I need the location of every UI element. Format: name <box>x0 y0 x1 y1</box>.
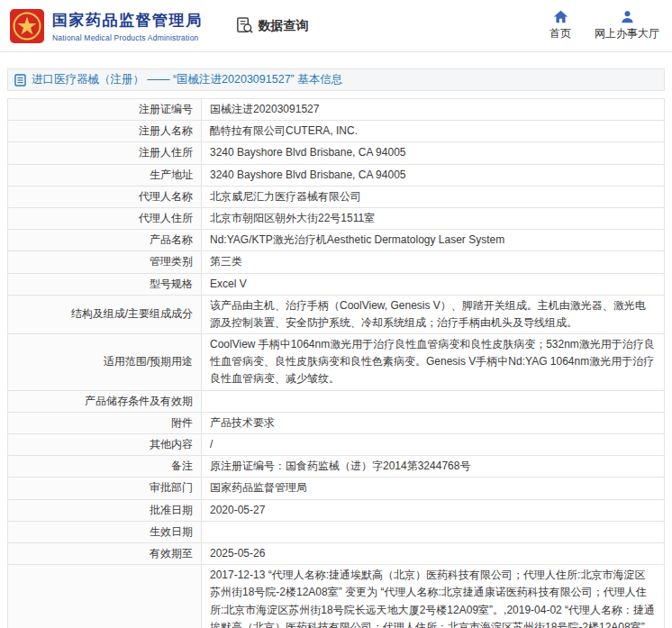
main-content: 进口医疗器械（注册） —— “国械注进20203091527” 基本信息 注册证… <box>0 68 672 628</box>
person-icon <box>621 10 634 23</box>
row-value: 原注册证编号：国食药监械（进）字2014第3244768号 <box>202 456 665 478</box>
row-label: 型号规格 <box>8 273 202 295</box>
row-value: / <box>202 434 665 456</box>
row-value: 第三类 <box>202 251 665 273</box>
table-row: 生效日期 <box>8 521 665 542</box>
row-value: 国家药品监督管理局 <box>202 478 665 499</box>
row-value: 2025-05-26 <box>202 542 665 564</box>
nav-data-query-label: 数据查询 <box>259 18 309 34</box>
table-row: 产品储存条件及有效期 <box>8 390 665 412</box>
row-value: Excel V <box>202 273 665 295</box>
row-value: 2017-12-13 “代理人名称:捷通埃默高（北京）医药科技有限公司；代理人住… <box>202 565 665 628</box>
nav-home-label: 首页 <box>549 26 571 41</box>
row-value: 北京威尼汇力医疗器械有限公司 <box>202 186 665 207</box>
table-row: 结构及组成/主要组成成分 该产品由主机、治疗手柄（CoolView, Genes… <box>8 295 665 333</box>
row-value: 该产品由主机、治疗手柄（CoolView, Genesis V）、脚踏开关组成。… <box>202 295 665 333</box>
nav-data-query[interactable]: 数据查询 <box>235 16 309 35</box>
table-row: 代理人住所 北京市朝阳区朝外大街22号1511室 <box>8 207 665 229</box>
row-value <box>202 390 665 412</box>
table-row: 附件 产品技术要求 <box>8 412 665 433</box>
row-value: 3240 Bayshore Blvd Brisbane, CA 94005 <box>202 142 665 164</box>
site-title-block: 国家药品监督管理局 National Medical Products Admi… <box>52 10 203 42</box>
document-icon <box>14 74 26 86</box>
page-title: 进口医疗器械（注册） —— “国械注进20203091527” 基本信息 <box>32 72 342 87</box>
row-value <box>202 521 665 542</box>
nav-service-hall-label: 网上办事大厅 <box>595 26 659 41</box>
row-label: 产品名称 <box>8 230 202 251</box>
home-icon <box>553 10 568 23</box>
row-label: 注册人住所 <box>8 142 202 164</box>
row-label: 结构及组成/主要组成成分 <box>8 295 202 333</box>
table-row: 审批部门 国家药品监督管理局 <box>8 478 665 499</box>
row-label: 批准日期 <box>8 499 202 521</box>
row-label: 代理人名称 <box>8 186 202 207</box>
site-title: 国家药品监督管理局 <box>52 10 203 31</box>
row-label: 产品储存条件及有效期 <box>8 390 202 412</box>
table-row: 注册人名称 酷特拉有限公司CUTERA, INC. <box>8 121 665 142</box>
nav-service-hall[interactable]: 网上办事大厅 <box>595 10 659 41</box>
table-row: 适用范围/预期用途 CoolView 手柄中1064nm激光用于治疗良性血管病变… <box>8 334 665 391</box>
row-label: 附件 <box>8 412 202 433</box>
nmpa-emblem-logo <box>9 8 45 44</box>
header-right-nav: 首页 网上办事大厅 <box>549 10 661 41</box>
row-label: 备注 <box>8 456 202 478</box>
table-row: 批准日期 2020-05-27 <box>8 499 665 521</box>
table-row: 注册人住所 3240 Bayshore Blvd Brisbane, CA 94… <box>8 142 665 164</box>
row-label: 变更情况 <box>8 565 202 628</box>
row-label: 代理人住所 <box>8 207 202 229</box>
row-value: 产品技术要求 <box>202 412 665 433</box>
table-row: 产品名称 Nd:YAG/KTP激光治疗机Aesthetic Dermatolog… <box>8 230 665 251</box>
row-label: 其他内容 <box>8 434 202 456</box>
row-label: 生产地址 <box>8 164 202 186</box>
table-row: 注册证编号 国械注进20203091527 <box>8 99 665 121</box>
row-value: 3240 Bayshore Blvd Brisbane, CA 94005 <box>202 164 665 186</box>
row-label: 审批部门 <box>8 478 202 499</box>
row-value: 酷特拉有限公司CUTERA, INC. <box>202 121 665 142</box>
row-label: 生效日期 <box>8 521 202 542</box>
table-row: 其他内容 / <box>8 434 665 456</box>
row-value: 2020-05-27 <box>202 499 665 521</box>
table-row: 变更情况 2017-12-13 “代理人名称:捷通埃默高（北京）医药科技有限公司… <box>8 565 665 628</box>
table-row: 管理类别 第三类 <box>8 251 665 273</box>
row-value: 国械注进20203091527 <box>202 99 665 121</box>
site-header: 国家药品监督管理局 National Medical Products Admi… <box>0 0 672 52</box>
nav-home[interactable]: 首页 <box>549 10 571 41</box>
registration-info-table: 注册证编号 国械注进20203091527 注册人名称 酷特拉有限公司CUTER… <box>7 98 665 628</box>
logo-area: 国家药品监督管理局 National Medical Products Admi… <box>9 8 203 44</box>
row-label: 注册人名称 <box>8 121 202 142</box>
search-document-icon <box>235 16 254 35</box>
row-value: CoolView 手柄中1064nm激光用于治疗良性血管病变和良性皮肤病变；53… <box>202 334 665 391</box>
breadcrumb: 进口医疗器械（注册） —— “国械注进20203091527” 基本信息 <box>7 68 665 91</box>
row-label: 管理类别 <box>8 251 202 273</box>
table-row: 代理人名称 北京威尼汇力医疗器械有限公司 <box>8 186 665 207</box>
table-row: 生产地址 3240 Bayshore Blvd Brisbane, CA 940… <box>8 164 665 186</box>
row-value: Nd:YAG/KTP激光治疗机Aesthetic Dermatology Las… <box>202 230 665 251</box>
site-subtitle: National Medical Products Administration <box>52 33 203 42</box>
row-label: 适用范围/预期用途 <box>8 334 202 391</box>
row-value: 北京市朝阳区朝外大街22号1511室 <box>202 207 665 229</box>
row-label: 注册证编号 <box>8 99 202 121</box>
row-label: 有效期至 <box>8 542 202 564</box>
table-row: 型号规格 Excel V <box>8 273 665 295</box>
table-row: 有效期至 2025-05-26 <box>8 542 665 564</box>
table-row: 备注 原注册证编号：国食药监械（进）字2014第3244768号 <box>8 456 665 478</box>
